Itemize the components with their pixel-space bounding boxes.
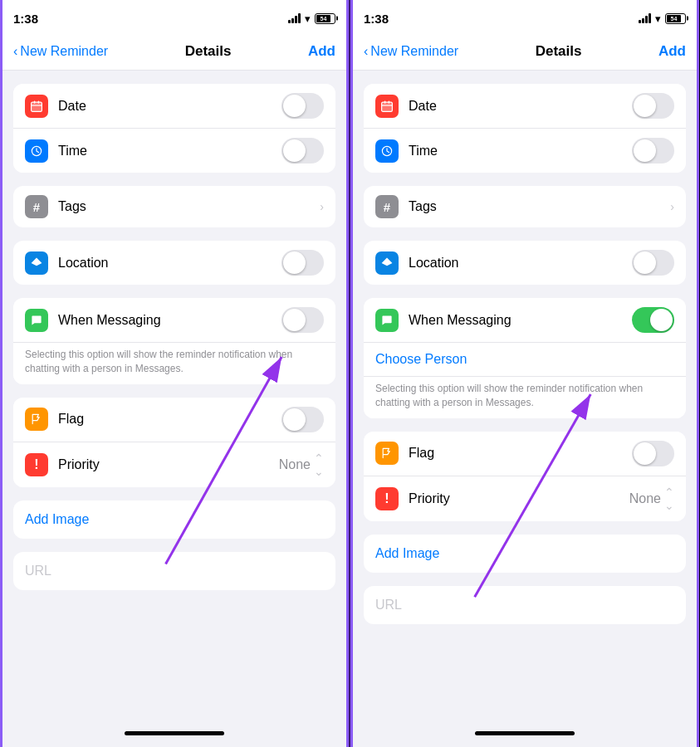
flag-icon-left — [25, 408, 48, 431]
wifi-icon-right: ▾ — [655, 12, 661, 25]
messaging-helper-left: Selecting this option will show the remi… — [13, 343, 335, 384]
messaging-toggle-right[interactable] — [632, 307, 674, 333]
time-toggle-left[interactable] — [281, 138, 324, 164]
priority-value-right: None — [629, 491, 661, 506]
add-image-label-left[interactable]: Add Image — [25, 512, 89, 527]
add-image-section-left: Add Image — [13, 500, 335, 539]
back-button-right[interactable]: ‹ New Reminder — [364, 44, 458, 59]
tags-section-right: # Tags › — [364, 186, 686, 227]
clock-icon-left — [25, 139, 48, 163]
home-bar-left — [125, 731, 224, 735]
location-label-left: Location — [58, 256, 281, 271]
flag-row-right: Flag — [364, 432, 686, 476]
messaging-section-right: When Messaging Choose Person Selecting t… — [364, 298, 686, 418]
time-row-right: Time — [364, 129, 686, 173]
priority-row-right[interactable]: ! Priority None ⌃⌄ — [364, 476, 686, 521]
date-toggle-left[interactable] — [281, 93, 324, 119]
clock-icon-right — [375, 139, 399, 163]
time-row-left: Time — [13, 129, 335, 173]
home-indicator-left — [0, 719, 349, 747]
date-time-section-left: Date Time — [13, 84, 335, 173]
url-section-left: URL — [13, 552, 335, 590]
url-placeholder-right: URL — [375, 598, 402, 613]
flag-icon-right — [375, 442, 399, 465]
url-row-left[interactable]: URL — [13, 552, 335, 590]
chevron-left-icon-right: ‹ — [364, 44, 368, 59]
svg-rect-11 — [382, 105, 393, 105]
chevron-left-icon-left: ‹ — [13, 44, 17, 59]
date-label-right: Date — [409, 99, 632, 114]
back-label-right[interactable]: New Reminder — [370, 44, 458, 59]
flag-toggle-left[interactable] — [281, 407, 324, 432]
svg-rect-7 — [382, 102, 393, 111]
time-label-right: Time — [409, 144, 632, 159]
tags-label-left: Tags — [58, 199, 320, 214]
date-label-left: Date — [58, 99, 281, 114]
message-icon-right — [375, 309, 399, 332]
status-bar-left: 1:38 ▾ 54 — [0, 0, 349, 37]
back-button-left[interactable]: ‹ New Reminder — [13, 44, 108, 59]
tags-row-left[interactable]: # Tags › — [13, 186, 335, 227]
flag-toggle-right[interactable] — [632, 441, 674, 466]
flag-label-left: Flag — [58, 412, 281, 427]
date-toggle-right[interactable] — [632, 93, 674, 119]
url-section-right: URL — [364, 586, 686, 624]
back-label-left[interactable]: New Reminder — [20, 44, 108, 59]
content-left: Date Time # Tags › — [0, 71, 349, 719]
priority-value-left: None — [279, 457, 311, 472]
left-panel: 1:38 ▾ 54 ‹ New Reminder Details Add — [0, 0, 350, 747]
svg-rect-9 — [384, 100, 386, 103]
location-toggle-left[interactable] — [281, 250, 324, 276]
choose-person-button[interactable]: Choose Person — [364, 343, 686, 377]
message-icon-left — [25, 309, 48, 332]
priority-icon-right: ! — [375, 487, 399, 510]
right-panel: 1:38 ▾ 54 ‹ New Reminder Details Add — [350, 0, 699, 747]
nav-title-right: Details — [536, 43, 582, 60]
add-image-section-right: Add Image — [364, 535, 686, 573]
nav-bar-left: ‹ New Reminder Details Add — [0, 37, 349, 71]
status-time-right: 1:38 — [364, 12, 389, 26]
date-row-right: Date — [364, 84, 686, 129]
status-icons-left: ▾ 54 — [288, 12, 335, 25]
tags-icon-left: # — [25, 195, 48, 218]
priority-chevron-left: ⌃⌄ — [314, 452, 324, 478]
tags-chevron-left: › — [320, 200, 324, 213]
wifi-icon-left: ▾ — [305, 12, 311, 25]
add-image-row-left[interactable]: Add Image — [13, 500, 335, 539]
add-image-row-right[interactable]: Add Image — [364, 535, 686, 573]
location-toggle-right[interactable] — [632, 250, 674, 276]
time-toggle-right[interactable] — [632, 138, 674, 164]
tags-label-right: Tags — [409, 199, 670, 214]
status-time-left: 1:38 — [13, 12, 38, 26]
signal-icon-right — [639, 13, 651, 23]
battery-fill-right: 54 — [667, 15, 681, 22]
calendar-icon-left — [25, 95, 48, 118]
location-section-right: Location — [364, 241, 686, 285]
location-icon-left — [25, 251, 48, 275]
messaging-row-left: When Messaging — [13, 298, 335, 343]
add-image-label-right[interactable]: Add Image — [375, 546, 439, 561]
priority-label-left: Priority — [58, 457, 279, 472]
tags-icon-right: # — [375, 195, 399, 218]
url-row-right[interactable]: URL — [364, 586, 686, 624]
home-indicator-right — [350, 719, 699, 747]
date-row-left: Date — [13, 84, 335, 129]
add-button-right[interactable]: Add — [658, 43, 686, 60]
status-icons-right: ▾ 54 — [639, 12, 686, 25]
add-button-left[interactable]: Add — [308, 43, 335, 60]
nav-title-left: Details — [185, 43, 232, 60]
tags-row-right[interactable]: # Tags › — [364, 186, 686, 227]
svg-rect-0 — [32, 102, 42, 111]
battery-left: 54 — [315, 13, 335, 24]
flag-row-left: Flag — [13, 398, 335, 442]
svg-rect-3 — [38, 100, 40, 103]
location-row-left: Location — [13, 241, 335, 285]
priority-row-left[interactable]: ! Priority None ⌃⌄ — [13, 442, 335, 487]
messaging-toggle-left[interactable] — [281, 307, 324, 333]
calendar-icon-right — [375, 95, 399, 118]
nav-bar-right: ‹ New Reminder Details Add — [350, 37, 699, 71]
flag-label-right: Flag — [409, 446, 632, 461]
tags-chevron-right: › — [670, 200, 674, 213]
messaging-helper-right: Selecting this option will show the remi… — [364, 377, 686, 418]
flag-priority-section-right: Flag ! Priority None ⌃⌄ — [364, 432, 686, 521]
